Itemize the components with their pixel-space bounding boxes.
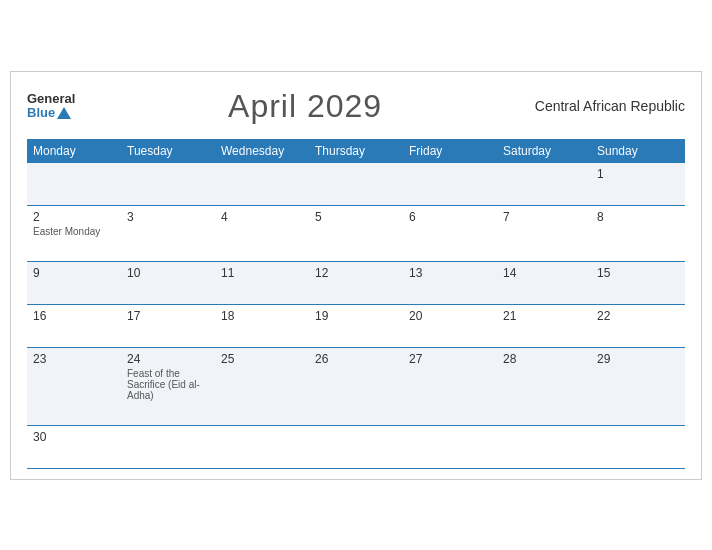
day-number: 22	[597, 309, 679, 323]
calendar: General Blue April 2029 Central African …	[10, 71, 702, 480]
calendar-cell	[403, 163, 497, 206]
calendar-cell: 23	[27, 347, 121, 425]
day-number: 24	[127, 352, 209, 366]
calendar-table: MondayTuesdayWednesdayThursdayFridaySatu…	[27, 139, 685, 469]
holiday-name: Feast of the Sacrifice (Eid al-Adha)	[127, 368, 209, 401]
calendar-cell	[309, 163, 403, 206]
day-number: 25	[221, 352, 303, 366]
calendar-cell: 7	[497, 205, 591, 261]
day-number: 29	[597, 352, 679, 366]
day-number: 1	[597, 167, 679, 181]
day-number: 6	[409, 210, 491, 224]
weekday-header: Tuesday	[121, 139, 215, 163]
day-number: 7	[503, 210, 585, 224]
day-number: 21	[503, 309, 585, 323]
calendar-cell: 4	[215, 205, 309, 261]
calendar-cell: 14	[497, 261, 591, 304]
calendar-cell: 19	[309, 304, 403, 347]
calendar-cell	[121, 163, 215, 206]
calendar-cell: 29	[591, 347, 685, 425]
day-number: 15	[597, 266, 679, 280]
day-number: 13	[409, 266, 491, 280]
weekday-header: Wednesday	[215, 139, 309, 163]
day-number: 14	[503, 266, 585, 280]
day-number: 27	[409, 352, 491, 366]
calendar-cell	[403, 425, 497, 468]
logo-blue-text: Blue	[27, 106, 55, 120]
day-number: 23	[33, 352, 115, 366]
day-number: 20	[409, 309, 491, 323]
day-number: 28	[503, 352, 585, 366]
calendar-cell: 20	[403, 304, 497, 347]
calendar-cell: 30	[27, 425, 121, 468]
calendar-cell: 26	[309, 347, 403, 425]
calendar-cell: 25	[215, 347, 309, 425]
calendar-header-row: MondayTuesdayWednesdayThursdayFridaySatu…	[27, 139, 685, 163]
calendar-cell: 6	[403, 205, 497, 261]
calendar-header: General Blue April 2029 Central African …	[27, 88, 685, 125]
calendar-cell: 15	[591, 261, 685, 304]
day-number: 4	[221, 210, 303, 224]
calendar-cell	[591, 425, 685, 468]
day-number: 11	[221, 266, 303, 280]
day-number: 9	[33, 266, 115, 280]
calendar-cell: 28	[497, 347, 591, 425]
day-number: 10	[127, 266, 209, 280]
calendar-cell: 18	[215, 304, 309, 347]
calendar-cell	[497, 425, 591, 468]
calendar-cell	[121, 425, 215, 468]
calendar-cell: 12	[309, 261, 403, 304]
calendar-cell: 1	[591, 163, 685, 206]
calendar-cell: 21	[497, 304, 591, 347]
calendar-cell: 3	[121, 205, 215, 261]
calendar-cell: 2Easter Monday	[27, 205, 121, 261]
calendar-cell: 27	[403, 347, 497, 425]
weekday-header: Friday	[403, 139, 497, 163]
month-title: April 2029	[228, 88, 382, 125]
country-name: Central African Republic	[535, 98, 685, 114]
logo-triangle-icon	[57, 107, 71, 119]
holiday-name: Easter Monday	[33, 226, 115, 237]
weekday-header: Monday	[27, 139, 121, 163]
weekday-header: Sunday	[591, 139, 685, 163]
day-number: 26	[315, 352, 397, 366]
calendar-cell	[309, 425, 403, 468]
calendar-cell: 24Feast of the Sacrifice (Eid al-Adha)	[121, 347, 215, 425]
calendar-cell	[27, 163, 121, 206]
day-number: 12	[315, 266, 397, 280]
day-number: 17	[127, 309, 209, 323]
day-number: 3	[127, 210, 209, 224]
calendar-cell: 5	[309, 205, 403, 261]
calendar-cell: 22	[591, 304, 685, 347]
calendar-cell: 9	[27, 261, 121, 304]
day-number: 30	[33, 430, 115, 444]
logo: General Blue	[27, 92, 75, 121]
calendar-cell: 16	[27, 304, 121, 347]
calendar-cell: 11	[215, 261, 309, 304]
day-number: 8	[597, 210, 679, 224]
calendar-cell	[215, 425, 309, 468]
day-number: 16	[33, 309, 115, 323]
calendar-cell: 8	[591, 205, 685, 261]
logo-general-text: General	[27, 92, 75, 106]
calendar-cell: 17	[121, 304, 215, 347]
calendar-cell: 13	[403, 261, 497, 304]
weekday-header: Saturday	[497, 139, 591, 163]
calendar-cell	[215, 163, 309, 206]
day-number: 19	[315, 309, 397, 323]
day-number: 2	[33, 210, 115, 224]
calendar-cell	[497, 163, 591, 206]
day-number: 5	[315, 210, 397, 224]
weekday-header: Thursday	[309, 139, 403, 163]
day-number: 18	[221, 309, 303, 323]
calendar-cell: 10	[121, 261, 215, 304]
